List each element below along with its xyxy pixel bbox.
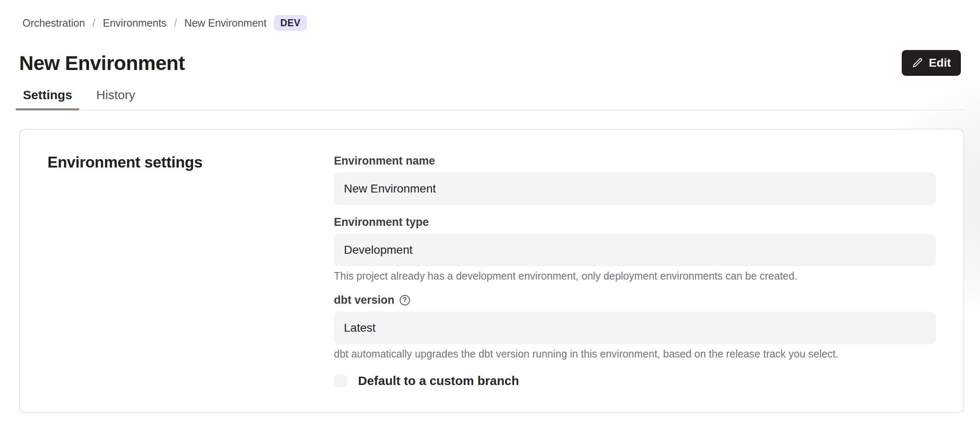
card-form-column: Environment name New Environment Environ… xyxy=(334,154,936,412)
tab-history[interactable]: History xyxy=(89,88,142,110)
help-icon[interactable]: ? xyxy=(400,295,410,305)
breadcrumb-separator: / xyxy=(174,16,177,30)
field-environment-name: Environment name New Environment xyxy=(334,154,936,205)
custom-branch-label[interactable]: Default to a custom branch xyxy=(358,373,519,388)
edit-button-label: Edit xyxy=(929,56,951,70)
field-dbt-version: dbt version ? Latest dbt automatically u… xyxy=(334,293,936,360)
card-heading-column: Environment settings xyxy=(47,154,334,412)
edit-button[interactable]: Edit xyxy=(902,50,961,76)
breadcrumb-orchestration[interactable]: Orchestration xyxy=(22,16,85,30)
breadcrumb-current-page: New Environment xyxy=(184,16,266,30)
custom-branch-row[interactable]: Default to a custom branch xyxy=(334,373,936,388)
breadcrumb-environments[interactable]: Environments xyxy=(103,16,167,30)
page-title: New Environment xyxy=(19,52,185,75)
tab-settings[interactable]: Settings xyxy=(16,88,79,110)
section-heading: Environment settings xyxy=(47,154,334,171)
tab-bar: Settings History xyxy=(16,88,964,110)
dbt-version-label-row: dbt version ? xyxy=(334,293,936,307)
environment-type-label: Environment type xyxy=(334,215,936,229)
environment-name-input[interactable]: New Environment xyxy=(334,172,936,205)
custom-branch-checkbox[interactable] xyxy=(334,375,347,388)
environment-settings-page: Orchestration / Environments / New Envir… xyxy=(0,15,980,425)
dbt-version-helper-text: dbt automatically upgrades the dbt versi… xyxy=(334,348,936,360)
environment-type-helper-text: This project already has a development e… xyxy=(334,270,936,282)
dev-environment-badge: DEV xyxy=(274,15,307,31)
dbt-version-label: dbt version xyxy=(334,293,395,307)
dbt-version-input[interactable]: Latest xyxy=(334,312,936,344)
environment-name-label: Environment name xyxy=(334,154,936,168)
environment-type-input[interactable]: Development xyxy=(334,234,936,266)
breadcrumb-separator: / xyxy=(92,16,95,30)
field-environment-type: Environment type Development This projec… xyxy=(334,215,936,282)
page-header: New Environment Edit xyxy=(19,50,961,76)
environment-settings-card: Environment settings Environment name Ne… xyxy=(19,129,964,413)
breadcrumb: Orchestration / Environments / New Envir… xyxy=(22,15,964,31)
pencil-icon xyxy=(912,57,923,69)
